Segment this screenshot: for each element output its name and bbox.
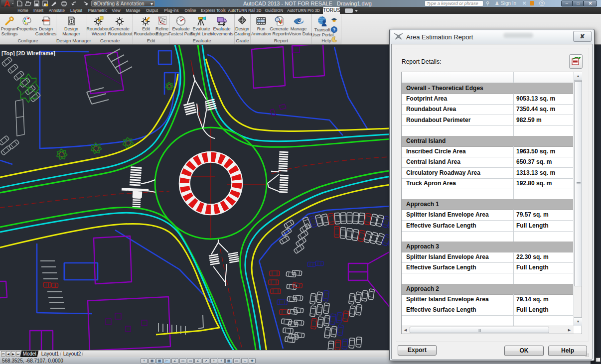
svg-text:?: ? [333, 27, 336, 32]
